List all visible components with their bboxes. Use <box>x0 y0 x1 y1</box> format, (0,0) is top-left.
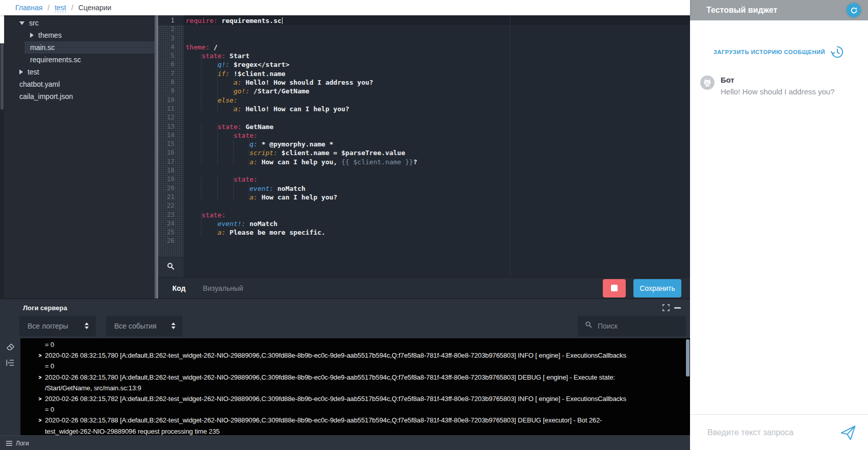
tab-visual[interactable]: Визуальный <box>203 284 243 292</box>
tree-item-caila-import-json[interactable]: caila_import.json <box>4 90 155 103</box>
logs-toolbar <box>0 338 20 435</box>
line-number: 3 <box>158 34 184 43</box>
code-line[interactable]: state: Start <box>184 52 690 60</box>
log-line: 2020-02-26 08:32:15,780 [A:default,B:262… <box>39 350 683 361</box>
code-line[interactable]: state: <box>184 211 690 219</box>
tree-item-label: chatbot.yaml <box>19 80 60 88</box>
code-line[interactable]: a: Please be more specific. <box>184 228 690 237</box>
line-number: 25 <box>158 228 184 237</box>
log-line: test_widget-262-NIO-29889096 request pro… <box>39 426 683 435</box>
editor-search-button[interactable] <box>158 257 184 277</box>
line-number: 10 <box>158 96 184 105</box>
history-clock-icon <box>830 45 845 59</box>
code-line[interactable] <box>184 166 690 175</box>
code-editor[interactable]: 1234567891011121314151617181920212223242… <box>158 15 690 277</box>
code-line[interactable]: a: Hello! How should I address you? <box>184 78 690 87</box>
chat-message: Бот Hello! How should I address you? <box>690 76 868 97</box>
expand-icon[interactable] <box>660 302 672 313</box>
message-body: Бот Hello! How should I address you? <box>721 76 834 97</box>
stop-button[interactable] <box>603 279 626 297</box>
page-scrollbar[interactable] <box>0 15 4 298</box>
code-line[interactable]: a: Hello! How can I help you? <box>184 105 690 113</box>
search-icon <box>167 262 175 272</box>
logs-header: Логи сервера <box>0 299 690 313</box>
refresh-button[interactable] <box>847 3 861 17</box>
code-line[interactable]: a: How can I help you? <box>184 193 690 202</box>
message-author: Бот <box>721 76 834 84</box>
code-line[interactable]: go!: /Start/GetName <box>184 87 690 95</box>
tree-item-label: test <box>28 68 39 76</box>
code-line[interactable] <box>184 34 690 43</box>
log-entry: 2020-02-26 08:32:15,780 [A:default,B:262… <box>39 350 683 371</box>
code-line[interactable]: event!: noMatch <box>184 219 690 228</box>
refresh-icon <box>850 7 858 14</box>
line-number: 6 <box>158 60 184 69</box>
code-line[interactable]: script: $client.name = $parseTree.value <box>184 148 690 157</box>
code-line[interactable]: state: <box>184 131 690 140</box>
loggers-select[interactable]: Все логгеры <box>19 316 96 336</box>
log-line: 2020-02-26 08:32:15,782 [A:default,B:262… <box>39 393 683 404</box>
breadcrumb-separator: / <box>47 4 49 12</box>
tree-item-label: main.sc <box>30 43 55 52</box>
code-line[interactable]: event: noMatch <box>184 184 690 193</box>
code-line[interactable] <box>184 25 690 34</box>
breadcrumb-link-project[interactable]: test <box>55 4 66 12</box>
tree-item-requirements-sc[interactable]: requirements.sc <box>4 54 155 66</box>
breadcrumb-current: Сценарии <box>79 4 112 12</box>
line-number: 9 <box>158 87 184 95</box>
editor-gutter: 1234567891011121314151617181920212223242… <box>158 15 184 257</box>
code-line[interactable]: q!: $regex</start> <box>184 60 690 69</box>
logs-search-input[interactable] <box>598 322 674 330</box>
line-number: 16 <box>158 148 184 157</box>
scrollbar-track <box>0 15 4 43</box>
log-entry: 2020-02-26 08:32:15,780 [A:default,B:262… <box>39 372 683 393</box>
code-line[interactable] <box>184 237 690 245</box>
tree-item-label: themes <box>38 31 62 39</box>
log-line: 2020-02-26 08:32:15,780 [A:default,B:262… <box>39 372 683 383</box>
breadcrumb-separator: / <box>71 4 73 12</box>
line-number: 13 <box>158 122 184 131</box>
statusbar-logs-toggle[interactable]: Логи <box>16 440 29 447</box>
log-entry: 2020-02-26 08:32:15,788 [A:default,B:262… <box>39 415 683 435</box>
breadcrumb-link-home[interactable]: Главная <box>15 4 42 12</box>
code-line[interactable]: else: <box>184 96 690 105</box>
triangle-right-icon[interactable] <box>19 69 23 74</box>
app-root: Главная / test / Сценарии srcthemesmain.… <box>0 0 868 450</box>
events-select[interactable]: Все события <box>106 316 183 336</box>
send-icon[interactable] <box>839 424 857 441</box>
line-number: 21 <box>158 193 184 202</box>
tree-item-main-sc[interactable]: main.sc <box>4 41 155 54</box>
console-scrollbar-thumb[interactable] <box>686 339 690 377</box>
code-line[interactable]: theme: / <box>184 43 690 52</box>
minimize-icon[interactable] <box>672 302 683 313</box>
code-line[interactable]: q: * @pymorphy.name * <box>184 140 690 148</box>
list-icon <box>6 441 12 446</box>
triangle-right-icon[interactable] <box>30 33 34 38</box>
code-line[interactable]: if: !$client.name <box>184 69 690 78</box>
code-line[interactable]: a: How can I help you, {{ $client.name }… <box>184 158 690 166</box>
line-number: 26 <box>158 237 184 245</box>
clear-logs-icon[interactable] <box>6 343 15 351</box>
line-number: 17 <box>158 158 184 166</box>
code-line[interactable]: state: GetName <box>184 122 690 131</box>
chat-input[interactable] <box>707 428 835 437</box>
tree-item-themes[interactable]: themes <box>4 29 155 41</box>
code-line[interactable] <box>184 113 690 122</box>
code-line[interactable]: require: requirements.sc <box>184 16 690 25</box>
chat-area: ЗАГРУЗИТЬ ИСТОРИЮ СООБЩЕНИЙ <box>690 20 868 414</box>
scroll-follow-icon[interactable] <box>6 359 14 366</box>
scrollbar-thumb[interactable] <box>1 43 4 110</box>
code-line[interactable]: state: <box>184 175 690 184</box>
tree-item-src[interactable]: src <box>4 17 155 29</box>
load-history-link[interactable]: ЗАГРУЗИТЬ ИСТОРИЮ СООБЩЕНИЙ <box>690 45 868 59</box>
code-line[interactable] <box>184 202 690 210</box>
loggers-select-value: Все логгеры <box>28 322 68 330</box>
panel-splitter[interactable] <box>155 15 158 298</box>
logs-search[interactable] <box>578 316 686 336</box>
tree-item-test[interactable]: test <box>4 66 155 78</box>
tree-item-chatbot-yaml[interactable]: chatbot.yaml <box>4 78 155 90</box>
tab-code[interactable]: Код <box>172 284 186 292</box>
triangle-down-icon[interactable] <box>19 21 24 25</box>
save-button[interactable]: Сохранить <box>633 279 681 297</box>
code-area[interactable]: require: requirements.sctheme: / state: … <box>184 15 690 277</box>
